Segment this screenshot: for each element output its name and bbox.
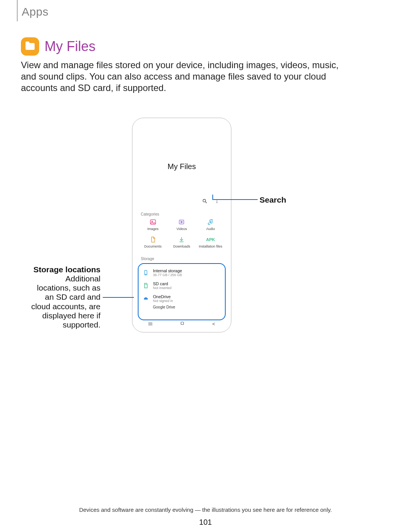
page-title: My Files	[45, 38, 96, 54]
category-label: Videos	[177, 227, 187, 231]
storage-sub: 36.77 GB / 256 GB	[153, 273, 182, 277]
download-icon	[178, 236, 185, 243]
storage-sd-card[interactable]: SD card Not inserted	[140, 279, 223, 292]
section-header: Apps	[22, 5, 48, 18]
storage-internal[interactable]: Internal storage 36.77 GB / 256 GB	[140, 266, 223, 279]
category-documents[interactable]: Documents	[139, 236, 167, 248]
category-label: Documents	[144, 244, 162, 248]
callout-storage-body: Additional locations, such as an SD card…	[31, 274, 100, 329]
storage-name: OneDrive	[153, 294, 173, 299]
categories-label: Categories	[141, 212, 229, 216]
storage-google-drive: Google Drive	[140, 305, 223, 309]
svg-point-0	[203, 199, 206, 202]
category-label: Installation files	[199, 244, 222, 248]
page-description: View and manage files stored on your dev…	[21, 59, 341, 94]
footer-note: Devices and software are constantly evol…	[0, 506, 411, 513]
category-images[interactable]: Images	[139, 219, 167, 231]
image-icon	[150, 219, 156, 225]
category-label: Images	[147, 227, 159, 231]
category-videos[interactable]: Videos	[167, 219, 196, 231]
category-audio[interactable]: Audio	[196, 219, 225, 231]
storage-onedrive[interactable]: OneDrive Not signed in	[140, 292, 223, 305]
audio-icon	[207, 219, 214, 225]
onedrive-icon	[142, 295, 149, 302]
nav-recents-icon[interactable]: III	[148, 321, 153, 327]
category-installation-files[interactable]: APK Installation files	[196, 236, 225, 248]
my-files-icon	[21, 37, 39, 56]
callout-storage-title: Storage locations	[30, 265, 100, 274]
page-number: 101	[0, 518, 411, 527]
internal-storage-icon	[142, 269, 149, 276]
svg-line-1	[206, 202, 207, 203]
callout-connector-search	[213, 195, 260, 201]
title-row: My Files	[21, 37, 96, 56]
svg-rect-10	[181, 322, 184, 324]
svg-point-4	[217, 202, 217, 203]
category-downloads[interactable]: Downloads	[167, 236, 196, 248]
svg-point-9	[145, 274, 146, 274]
callout-connector-storage	[103, 297, 134, 298]
storage-label: Storage	[141, 257, 229, 261]
svg-point-6	[151, 221, 152, 222]
callout-storage: Storage locations Additional locations, …	[30, 265, 100, 329]
storage-list: Internal storage 36.77 GB / 256 GB SD ca…	[138, 263, 226, 320]
storage-sub: Not signed in	[153, 299, 173, 303]
apk-icon: APK	[207, 236, 214, 243]
callout-search: Search	[260, 195, 286, 204]
nav-bar: III <	[135, 319, 229, 328]
phone-mockup: My Files Categories Images	[132, 118, 231, 332]
video-icon	[178, 219, 185, 225]
sd-card-icon	[142, 282, 149, 289]
document-icon	[150, 236, 156, 243]
nav-home-icon[interactable]	[180, 321, 185, 327]
storage-name: SD card	[153, 281, 172, 286]
storage-sub: Not inserted	[153, 286, 172, 290]
category-label: Downloads	[173, 244, 190, 248]
nav-back-icon[interactable]: <	[212, 321, 215, 327]
header-rule	[17, 0, 18, 21]
categories-grid: Images Videos Audio Documents	[139, 219, 225, 248]
category-label: Audio	[206, 227, 215, 231]
storage-name: Internal storage	[153, 268, 182, 273]
search-icon[interactable]	[202, 198, 207, 204]
screen-title: My Files	[135, 162, 229, 171]
